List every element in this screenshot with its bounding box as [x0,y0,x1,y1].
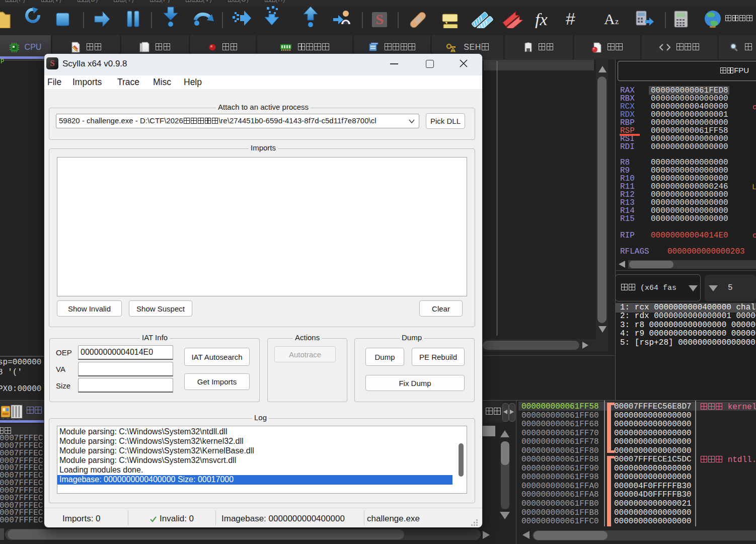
svg-text:A: A [604,11,615,27]
svg-text:S: S [375,12,384,27]
svg-text:fx: fx [535,10,548,28]
svg-text:#: # [566,9,575,28]
svg-text:z: z [615,17,619,26]
